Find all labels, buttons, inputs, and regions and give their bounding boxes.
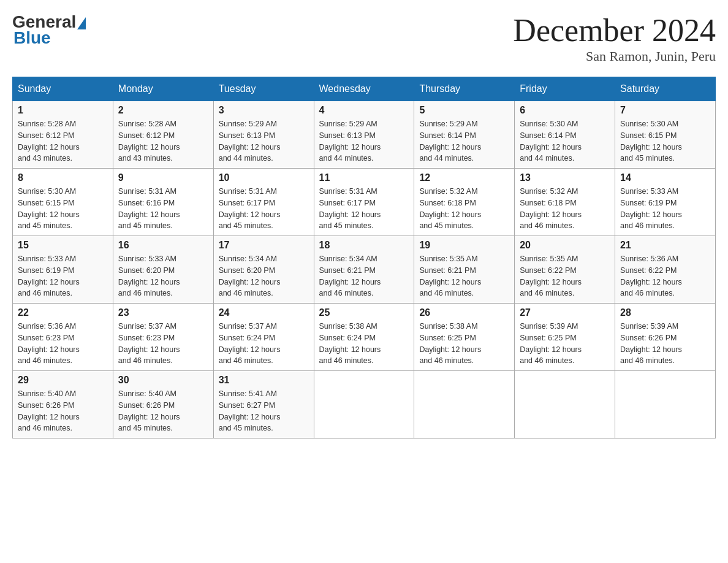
calendar-day-cell: 23Sunrise: 5:37 AMSunset: 6:23 PMDayligh… [113,304,213,371]
calendar-day-cell: 15Sunrise: 5:33 AMSunset: 6:19 PMDayligh… [13,236,113,304]
col-tuesday: Tuesday [213,77,314,101]
calendar-day-cell: 19Sunrise: 5:35 AMSunset: 6:21 PMDayligh… [414,236,515,304]
day-number: 3 [219,105,309,116]
day-info: Sunrise: 5:32 AMSunset: 6:18 PMDaylight:… [520,186,610,232]
day-info: Sunrise: 5:35 AMSunset: 6:22 PMDaylight:… [520,253,610,299]
calendar-week-row: 1Sunrise: 5:28 AMSunset: 6:12 PMDaylight… [13,101,716,169]
day-info: Sunrise: 5:28 AMSunset: 6:12 PMDaylight:… [118,118,208,164]
day-info: Sunrise: 5:33 AMSunset: 6:19 PMDaylight:… [18,253,108,299]
day-info: Sunrise: 5:35 AMSunset: 6:21 PMDaylight:… [419,253,509,299]
day-number: 7 [620,105,710,116]
day-info: Sunrise: 5:29 AMSunset: 6:13 PMDaylight:… [219,118,309,164]
calendar-day-cell: 9Sunrise: 5:31 AMSunset: 6:16 PMDaylight… [113,169,213,236]
day-number: 19 [419,240,509,251]
day-info: Sunrise: 5:40 AMSunset: 6:26 PMDaylight:… [18,388,108,434]
day-number: 21 [620,240,710,251]
calendar-day-cell: 1Sunrise: 5:28 AMSunset: 6:12 PMDaylight… [13,101,113,169]
day-number: 16 [118,240,208,251]
day-number: 22 [18,307,108,318]
day-number: 4 [319,105,409,116]
calendar-week-row: 15Sunrise: 5:33 AMSunset: 6:19 PMDayligh… [13,236,716,304]
logo: General Blue [12,12,86,48]
calendar-week-row: 8Sunrise: 5:30 AMSunset: 6:15 PMDaylight… [13,169,716,236]
calendar-day-cell: 5Sunrise: 5:29 AMSunset: 6:14 PMDaylight… [414,101,515,169]
calendar-day-cell: 24Sunrise: 5:37 AMSunset: 6:24 PMDayligh… [213,304,314,371]
day-number: 30 [118,375,208,386]
day-info: Sunrise: 5:39 AMSunset: 6:25 PMDaylight:… [520,321,610,367]
day-number: 10 [219,172,309,183]
calendar-day-cell: 29Sunrise: 5:40 AMSunset: 6:26 PMDayligh… [13,371,113,439]
day-number: 27 [520,307,610,318]
day-number: 13 [520,172,610,183]
day-info: Sunrise: 5:31 AMSunset: 6:16 PMDaylight:… [118,186,208,232]
day-info: Sunrise: 5:41 AMSunset: 6:27 PMDaylight:… [219,388,309,434]
day-number: 26 [419,307,509,318]
calendar-day-cell: 22Sunrise: 5:36 AMSunset: 6:23 PMDayligh… [13,304,113,371]
calendar-day-cell: 10Sunrise: 5:31 AMSunset: 6:17 PMDayligh… [213,169,314,236]
col-sunday: Sunday [13,77,113,101]
day-number: 15 [18,240,108,251]
empty-cell [314,371,414,439]
day-info: Sunrise: 5:34 AMSunset: 6:21 PMDaylight:… [319,253,409,299]
calendar-day-cell: 11Sunrise: 5:31 AMSunset: 6:17 PMDayligh… [314,169,414,236]
calendar-day-cell: 20Sunrise: 5:35 AMSunset: 6:22 PMDayligh… [515,236,615,304]
calendar-day-cell: 18Sunrise: 5:34 AMSunset: 6:21 PMDayligh… [314,236,414,304]
day-number: 17 [219,240,309,251]
day-info: Sunrise: 5:38 AMSunset: 6:25 PMDaylight:… [419,321,509,367]
calendar-day-cell: 3Sunrise: 5:29 AMSunset: 6:13 PMDaylight… [213,101,314,169]
calendar-header-row: Sunday Monday Tuesday Wednesday Thursday… [13,77,716,101]
day-info: Sunrise: 5:30 AMSunset: 6:15 PMDaylight:… [620,118,710,164]
calendar-day-cell: 2Sunrise: 5:28 AMSunset: 6:12 PMDaylight… [113,101,213,169]
day-number: 11 [319,172,409,183]
logo-triangle-icon [77,17,86,29]
day-info: Sunrise: 5:30 AMSunset: 6:15 PMDaylight:… [18,186,108,232]
day-info: Sunrise: 5:36 AMSunset: 6:22 PMDaylight:… [620,253,710,299]
calendar-day-cell: 12Sunrise: 5:32 AMSunset: 6:18 PMDayligh… [414,169,515,236]
calendar-day-cell: 13Sunrise: 5:32 AMSunset: 6:18 PMDayligh… [515,169,615,236]
calendar-day-cell: 27Sunrise: 5:39 AMSunset: 6:25 PMDayligh… [515,304,615,371]
empty-cell [414,371,515,439]
month-title: December 2024 [513,12,716,48]
day-info: Sunrise: 5:29 AMSunset: 6:13 PMDaylight:… [319,118,409,164]
calendar-day-cell: 25Sunrise: 5:38 AMSunset: 6:24 PMDayligh… [314,304,414,371]
day-info: Sunrise: 5:33 AMSunset: 6:20 PMDaylight:… [118,253,208,299]
day-info: Sunrise: 5:28 AMSunset: 6:12 PMDaylight:… [18,118,108,164]
col-wednesday: Wednesday [314,77,414,101]
col-friday: Friday [515,77,615,101]
day-number: 25 [319,307,409,318]
day-number: 18 [319,240,409,251]
col-thursday: Thursday [414,77,515,101]
calendar-day-cell: 17Sunrise: 5:34 AMSunset: 6:20 PMDayligh… [213,236,314,304]
calendar-day-cell: 14Sunrise: 5:33 AMSunset: 6:19 PMDayligh… [615,169,716,236]
page-header: General Blue December 2024 San Ramon, Ju… [12,12,716,64]
day-number: 14 [620,172,710,183]
day-number: 23 [118,307,208,318]
day-number: 9 [118,172,208,183]
title-area: December 2024 San Ramon, Junin, Peru [513,12,716,64]
calendar-week-row: 22Sunrise: 5:36 AMSunset: 6:23 PMDayligh… [13,304,716,371]
col-saturday: Saturday [615,77,716,101]
day-number: 20 [520,240,610,251]
calendar-day-cell: 31Sunrise: 5:41 AMSunset: 6:27 PMDayligh… [213,371,314,439]
calendar-table: Sunday Monday Tuesday Wednesday Thursday… [12,77,716,439]
calendar-day-cell: 30Sunrise: 5:40 AMSunset: 6:26 PMDayligh… [113,371,213,439]
day-number: 29 [18,375,108,386]
day-info: Sunrise: 5:37 AMSunset: 6:23 PMDaylight:… [118,321,208,367]
day-info: Sunrise: 5:31 AMSunset: 6:17 PMDaylight:… [219,186,309,232]
day-info: Sunrise: 5:39 AMSunset: 6:26 PMDaylight:… [620,321,710,367]
calendar-day-cell: 7Sunrise: 5:30 AMSunset: 6:15 PMDaylight… [615,101,716,169]
empty-cell [515,371,615,439]
location-title: San Ramon, Junin, Peru [513,48,716,64]
calendar-week-row: 29Sunrise: 5:40 AMSunset: 6:26 PMDayligh… [13,371,716,439]
day-number: 5 [419,105,509,116]
day-number: 31 [219,375,309,386]
calendar-day-cell: 6Sunrise: 5:30 AMSunset: 6:14 PMDaylight… [515,101,615,169]
day-number: 24 [219,307,309,318]
day-info: Sunrise: 5:36 AMSunset: 6:23 PMDaylight:… [18,321,108,367]
calendar-day-cell: 4Sunrise: 5:29 AMSunset: 6:13 PMDaylight… [314,101,414,169]
calendar-day-cell: 8Sunrise: 5:30 AMSunset: 6:15 PMDaylight… [13,169,113,236]
day-info: Sunrise: 5:30 AMSunset: 6:14 PMDaylight:… [520,118,610,164]
day-number: 8 [18,172,108,183]
day-number: 12 [419,172,509,183]
day-number: 2 [118,105,208,116]
